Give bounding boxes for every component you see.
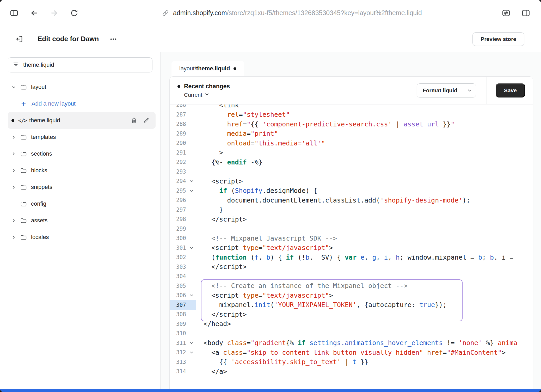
fold-chevron-icon[interactable]: [187, 243, 196, 253]
line-number[interactable]: 304: [170, 272, 187, 281]
forward-icon[interactable]: [49, 8, 59, 18]
line-number[interactable]: 289: [170, 129, 187, 139]
line-number[interactable]: 305: [170, 281, 187, 291]
format-liquid-button[interactable]: Format liquid: [417, 83, 476, 97]
code-line-313[interactable]: 313 {{ 'accessibility.skip_to_text' | t …: [170, 357, 533, 367]
fold-chevron-icon[interactable]: [187, 348, 196, 357]
code-line-287[interactable]: 287 rel="stylesheet": [170, 110, 533, 120]
code-editor[interactable]: 286 <link287 rel="stylesheet"288 href="{…: [170, 105, 533, 392]
code-line-294[interactable]: 294 <script>: [170, 176, 533, 186]
chevron-right-icon[interactable]: [11, 135, 20, 139]
chevron-right-icon[interactable]: [11, 152, 20, 156]
code-line-308[interactable]: 308 </script>: [170, 310, 533, 319]
code-line-299[interactable]: 299: [170, 224, 533, 234]
code-line-286[interactable]: 286 <link: [170, 105, 533, 110]
editor-tab[interactable]: layout/theme.liquid: [171, 61, 244, 76]
line-number[interactable]: 291: [170, 148, 187, 158]
fold-chevron-icon[interactable]: [187, 186, 196, 196]
sidebar-item-assets[interactable]: assets: [8, 212, 156, 229]
sidebar-item-blocks[interactable]: blocks: [8, 162, 156, 179]
code-line-301[interactable]: 301 <script type="text/javascript">: [170, 243, 533, 253]
line-number[interactable]: 299: [170, 224, 187, 234]
code-line-307[interactable]: 307 mixpanel.init('YOUR_MIXPANEL_TOKEN',…: [170, 300, 533, 310]
line-number[interactable]: 294: [170, 176, 187, 186]
line-number[interactable]: 287: [170, 110, 187, 120]
sidebar-toggle-icon[interactable]: [9, 8, 19, 18]
line-number[interactable]: 306: [170, 291, 187, 300]
code-line-312[interactable]: 312 <a class="skip-to-content-link butto…: [170, 348, 533, 357]
line-number[interactable]: 286: [170, 105, 187, 110]
chevron-right-icon[interactable]: [11, 218, 20, 223]
code-line-296[interactable]: 296 document.documentElement.classList.a…: [170, 195, 533, 205]
code-line-309[interactable]: 309 </head>: [170, 319, 533, 329]
sidebar-item-config[interactable]: config: [8, 195, 156, 212]
code-line-293[interactable]: 293: [170, 167, 533, 177]
chevron-down-icon[interactable]: [463, 84, 476, 97]
code-line-298[interactable]: 298 </script>: [170, 215, 533, 224]
extensions-icon[interactable]: [501, 8, 511, 18]
save-button[interactable]: Save: [496, 83, 525, 97]
more-actions-icon[interactable]: [108, 34, 119, 44]
line-number[interactable]: 292: [170, 157, 187, 167]
code-line-289[interactable]: 289 media="print": [170, 129, 533, 139]
line-number[interactable]: 303: [170, 262, 187, 272]
code-line-306[interactable]: 306 <script type="text/javascript">: [170, 291, 533, 300]
code-line-304[interactable]: 304: [170, 272, 533, 281]
code-line-291[interactable]: 291 >: [170, 148, 533, 158]
line-number[interactable]: 307: [170, 300, 187, 310]
line-number[interactable]: 297: [170, 205, 187, 215]
line-number[interactable]: 296: [170, 195, 187, 205]
code-line-300[interactable]: 300 <!-- Mixpanel Javascript SDK -->: [170, 234, 533, 243]
code-line-288[interactable]: 288 href="{{ 'component-predictive-searc…: [170, 119, 533, 129]
chevron-down-icon[interactable]: [11, 85, 20, 89]
code-line-302[interactable]: 302 (function (f, b) { if (!b.__SV) { va…: [170, 253, 533, 262]
code-line-305[interactable]: 305 <!-- Create an instance of the Mixpa…: [170, 281, 533, 291]
fold-chevron-icon[interactable]: [187, 176, 196, 186]
code-line-303[interactable]: 303 </script>: [170, 262, 533, 272]
code-line-297[interactable]: 297 }: [170, 205, 533, 215]
file-search-box[interactable]: [8, 57, 152, 72]
chevron-right-icon[interactable]: [11, 168, 20, 173]
line-number[interactable]: 311: [170, 338, 187, 348]
back-icon[interactable]: [29, 8, 39, 18]
rename-file-icon[interactable]: [143, 117, 149, 124]
chevron-right-icon[interactable]: [11, 235, 20, 240]
line-number[interactable]: 313: [170, 357, 187, 367]
line-number[interactable]: 314: [170, 367, 187, 376]
sidebar-item-layout[interactable]: layout: [8, 79, 156, 95]
sidebar-item-locales[interactable]: locales: [8, 229, 156, 246]
url-bar[interactable]: admin.shopify.com/store/rzq1xu-f5/themes…: [162, 9, 422, 17]
code-line-290[interactable]: 290 onload="this.media='all'": [170, 138, 533, 148]
sidebar-item-snippets[interactable]: snippets: [8, 179, 156, 195]
fold-chevron-icon[interactable]: [187, 338, 196, 348]
code-line-311[interactable]: 311 <body class="gradient{% if settings.…: [170, 338, 533, 348]
line-number[interactable]: 312: [170, 348, 187, 357]
fold-chevron-icon[interactable]: [187, 291, 196, 300]
code-line-314[interactable]: 314 </a>: [170, 367, 533, 376]
sidebar-item-add-a-new-layout[interactable]: Add a new layout: [8, 95, 156, 112]
line-number[interactable]: 310: [170, 329, 187, 338]
exit-icon[interactable]: [14, 34, 24, 44]
line-number[interactable]: 293: [170, 167, 187, 177]
line-number[interactable]: 295: [170, 186, 187, 196]
code-line-292[interactable]: 292 {%- endif -%}: [170, 157, 533, 167]
line-number[interactable]: 308: [170, 310, 187, 319]
chevron-right-icon[interactable]: [11, 185, 20, 189]
split-view-icon[interactable]: [521, 8, 531, 18]
line-number[interactable]: 298: [170, 215, 187, 224]
line-number[interactable]: 302: [170, 253, 187, 262]
search-input[interactable]: [23, 61, 147, 69]
sidebar-item-theme-liquid[interactable]: </>theme.liquid: [8, 112, 156, 129]
sidebar-item-templates[interactable]: templates: [8, 129, 156, 145]
line-number[interactable]: 300: [170, 234, 187, 243]
sidebar-item-sections[interactable]: sections: [8, 145, 156, 162]
line-number[interactable]: 301: [170, 243, 187, 253]
line-number[interactable]: 290: [170, 138, 187, 148]
preview-store-button[interactable]: Preview store: [472, 32, 524, 46]
code-line-295[interactable]: 295 if (Shopify.designMode) {: [170, 186, 533, 196]
delete-file-icon[interactable]: [131, 117, 137, 124]
reload-icon[interactable]: [69, 8, 79, 18]
line-number[interactable]: 309: [170, 319, 187, 329]
line-number[interactable]: 288: [170, 119, 187, 129]
version-dropdown[interactable]: Current: [184, 92, 230, 98]
